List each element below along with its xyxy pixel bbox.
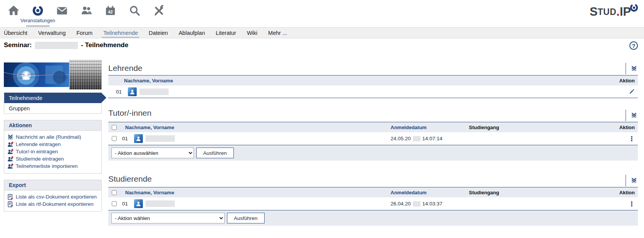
row-menu-button[interactable] xyxy=(629,201,635,207)
message-group-button[interactable] xyxy=(626,63,637,74)
section-tutoren: Tutor/-innen Nachname, Vorname Anmeldeda… xyxy=(108,98,638,161)
column-course: Studiengang xyxy=(469,125,596,130)
action-import-list[interactable]: Teilnehmerliste importieren xyxy=(7,162,98,170)
column-action: Aktion xyxy=(596,125,638,130)
messages-button[interactable] xyxy=(50,0,74,27)
lecture-hall-photo xyxy=(69,60,102,90)
execute-button[interactable]: Ausführen xyxy=(196,148,234,158)
message-group-button[interactable] xyxy=(626,110,637,121)
signup-date: 24.05.20 xyxy=(391,136,411,141)
tab-ablaufplan[interactable]: Ablaufplan xyxy=(173,28,210,38)
section-title-studierende: Studierende xyxy=(108,174,638,184)
logo-text: S xyxy=(590,6,598,18)
avatar[interactable] xyxy=(134,134,143,143)
tools-icon xyxy=(153,5,165,16)
seminar-name-redacted xyxy=(35,42,78,49)
execute-button[interactable]: Ausführen xyxy=(227,213,265,223)
tab-mehr[interactable]: Mehr ... xyxy=(263,28,292,38)
studierende-table-header: Nachname, Vorname Anmeldedatum Studienga… xyxy=(108,187,638,197)
tab-dateien[interactable]: Dateien xyxy=(143,28,173,38)
row-menu-button[interactable] xyxy=(629,136,635,142)
row-index: 01 xyxy=(116,89,124,95)
export-label: Liste als rtf-Dokument exportieren xyxy=(16,200,94,208)
row-index: 01 xyxy=(122,136,131,141)
column-name[interactable]: Nachname, Vorname xyxy=(125,190,391,195)
page-title-row: Seminar: - Teilnehmende ? xyxy=(4,41,638,53)
sidebar-nav: Teilnehmende Gruppen xyxy=(4,92,102,114)
bulk-action-select[interactable]: - Aktion wählen xyxy=(111,213,225,223)
column-date[interactable]: Anmeldedatum xyxy=(391,190,469,195)
tab-verwaltung[interactable]: Verwaltung xyxy=(33,28,71,38)
help-icon[interactable]: ? xyxy=(629,41,638,50)
export-box: Export Liste als csv-Dokument exportiere… xyxy=(4,180,102,212)
year-redacted xyxy=(413,136,421,141)
column-name[interactable]: Nachname, Vorname xyxy=(125,125,391,130)
participant-name-redacted xyxy=(139,89,169,95)
course-nav: Übersicht Verwaltung Forum Teilnehmende … xyxy=(0,27,644,38)
sidebar-item-teilnehmende[interactable]: Teilnehmende xyxy=(4,93,101,103)
action-add-lehrende[interactable]: Lehrende eintragen xyxy=(7,141,98,148)
add-person-icon xyxy=(7,156,13,162)
tools-button[interactable] xyxy=(147,0,171,27)
community-button[interactable] xyxy=(74,0,98,27)
seminars-button[interactable]: Veranstaltungen xyxy=(26,0,50,27)
signup-time: 14:03:37 xyxy=(422,201,443,207)
add-person-icon xyxy=(7,163,13,169)
community-icon xyxy=(80,5,92,16)
banner-person-icon xyxy=(21,70,31,81)
row-checkbox[interactable] xyxy=(112,136,117,141)
tab-uebersicht[interactable]: Übersicht xyxy=(4,28,33,38)
avatar[interactable] xyxy=(128,87,137,96)
tab-teilnehmende[interactable]: Teilnehmende xyxy=(98,28,143,38)
mail-all-icon xyxy=(631,177,637,184)
bulk-action-select[interactable]: - Aktion auswählen xyxy=(111,148,194,158)
column-date[interactable]: Anmeldedatum xyxy=(391,125,469,130)
sidebar: Teilnehmende Gruppen Aktionen Nachricht … xyxy=(4,57,102,212)
action-label: Nachricht an alle (Rundmail) xyxy=(16,133,81,141)
section-title-tutoren: Tutor/-innen xyxy=(108,108,638,118)
action-label: Teilnehmerliste importieren xyxy=(16,162,78,170)
row-checkbox[interactable] xyxy=(112,201,117,206)
course-banner-image xyxy=(4,62,102,87)
tab-literatur[interactable]: Literatur xyxy=(210,28,242,38)
home-icon xyxy=(8,5,20,16)
search-icon xyxy=(129,5,141,16)
participants-content: Lehrende Nachname, Vorname Aktion 01 xyxy=(108,57,638,226)
calendar-icon: 42 xyxy=(104,5,116,16)
tab-wiki[interactable]: Wiki xyxy=(242,28,263,38)
action-add-studierende[interactable]: Studiernde eintragen xyxy=(7,155,98,162)
participant-name-redacted xyxy=(146,200,175,207)
page-title: Seminar: - Teilnehmende xyxy=(4,41,638,49)
logo-spiral-icon xyxy=(629,3,639,12)
calendar-week-badge: 42 xyxy=(108,10,113,14)
sidebar-item-gruppen[interactable]: Gruppen xyxy=(4,103,101,113)
kebab-menu-icon xyxy=(629,201,635,207)
mail-all-icon xyxy=(7,134,13,140)
message-group-button[interactable] xyxy=(626,175,637,186)
avatar[interactable] xyxy=(134,199,143,208)
action-message-all[interactable]: Nachricht an alle (Rundmail) xyxy=(7,133,98,141)
section-studierende: Studierende Nachname, Vorname Anmeldedat… xyxy=(108,161,638,226)
studip-logo[interactable]: STUD.IP xyxy=(590,6,639,18)
select-all-checkbox[interactable] xyxy=(112,190,117,195)
table-row: 01 xyxy=(108,85,638,98)
action-add-tutor[interactable]: Tutor/-in eintragen xyxy=(7,148,98,155)
signup-date: 26.04.20 xyxy=(391,201,411,207)
tutoren-bulk-actions: - Aktion auswählen Ausführen xyxy=(108,145,638,161)
search-button[interactable] xyxy=(123,0,147,27)
page-title-suffix: - Teilnehmende xyxy=(81,41,128,49)
schedule-button[interactable]: 42 xyxy=(98,0,123,27)
tab-forum[interactable]: Forum xyxy=(71,28,98,38)
select-all-checkbox[interactable] xyxy=(112,125,117,130)
export-rtf[interactable]: Liste als rtf-Dokument exportieren xyxy=(7,200,98,208)
column-course: Studiengang xyxy=(469,190,596,195)
export-csv[interactable]: Liste als csv-Dokument exportieren xyxy=(7,193,98,200)
column-name[interactable]: Nachname, Vorname xyxy=(108,78,596,84)
edit-button[interactable] xyxy=(629,89,635,95)
column-action: Aktion xyxy=(596,78,638,84)
actions-title: Aktionen xyxy=(4,120,101,131)
export-label: Liste als csv-Dokument exportieren xyxy=(16,193,97,200)
action-label: Studiernde eintragen xyxy=(16,155,64,162)
kebab-menu-icon xyxy=(629,136,635,142)
year-redacted xyxy=(413,201,421,207)
